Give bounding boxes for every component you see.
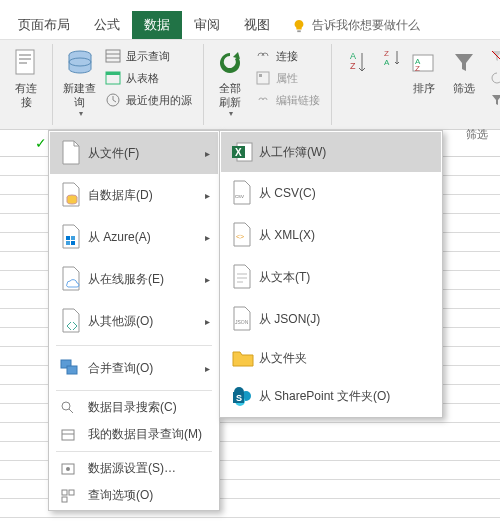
svg-rect-13: [257, 72, 269, 84]
ribbon: 有连接 新建查 询 ▾ 显示查询 从表格 最近使用的源 全部刷新 ▾ 连接 属性…: [0, 40, 500, 130]
file-azure-icon: [60, 224, 82, 250]
csv-icon: csv: [231, 180, 253, 206]
from-xml-item[interactable]: <> 从 XML(X): [221, 214, 441, 256]
connections-button[interactable]: 连接: [252, 46, 323, 66]
link-icon: [255, 48, 271, 64]
tab-formulas[interactable]: 公式: [82, 11, 132, 39]
from-database-item[interactable]: 自数据库(D) ▸: [50, 174, 218, 216]
from-azure-label: 从 Azure(A): [88, 229, 205, 246]
from-table-label: 从表格: [126, 71, 159, 86]
from-online-label: 从在线服务(E): [88, 271, 205, 288]
show-queries-label: 显示查询: [126, 49, 170, 64]
excel-icon: X: [231, 140, 255, 164]
advanced-button[interactable]: 高级: [486, 90, 500, 110]
svg-rect-37: [69, 490, 74, 495]
from-online-item[interactable]: 从在线服务(E) ▸: [50, 258, 218, 300]
query-options-item[interactable]: 查询选项(O): [50, 482, 218, 509]
my-catalog-item[interactable]: 我的数据目录查询(M): [50, 421, 218, 448]
tab-review[interactable]: 审阅: [182, 11, 232, 39]
check-icon[interactable]: ✓: [35, 135, 47, 151]
edit-links-button[interactable]: 编辑链接: [252, 90, 323, 110]
sort-za-button[interactable]: ZA: [380, 48, 402, 68]
svg-text:JSON: JSON: [235, 319, 249, 325]
properties-label: 属性: [276, 71, 298, 86]
chevron-right-icon: ▸: [205, 316, 210, 327]
show-queries-button[interactable]: 显示查询: [102, 46, 195, 66]
chevron-right-icon: ▸: [205, 148, 210, 159]
search-icon: [60, 400, 76, 416]
from-file-item[interactable]: 从文件(F) ▸: [50, 132, 218, 174]
tab-page-layout[interactable]: 页面布局: [6, 11, 82, 39]
grid-icon: [105, 48, 121, 64]
from-text-label: 从文本(T): [259, 269, 433, 286]
refresh-icon: [215, 48, 245, 78]
tell-me-label: 告诉我你想要做什么: [312, 17, 420, 34]
chain-icon: [255, 92, 271, 108]
sharepoint-icon: S: [231, 384, 253, 408]
svg-rect-24: [66, 236, 70, 240]
from-workbook-item[interactable]: X 从工作簿(W): [221, 132, 441, 172]
file-cloud-icon: [60, 266, 82, 292]
funnel-icon: [451, 50, 477, 76]
sort-az-button[interactable]: AZ: [338, 44, 378, 82]
advanced-icon: [490, 93, 500, 107]
svg-rect-27: [71, 241, 75, 245]
tab-view[interactable]: 视图: [232, 11, 282, 39]
query-options-label: 查询选项(O): [88, 487, 210, 504]
from-json-item[interactable]: JSON 从 JSON(J): [221, 298, 441, 340]
svg-text:X: X: [235, 147, 242, 158]
sort-dialog-icon: AZ: [411, 51, 437, 75]
from-table-button[interactable]: 从表格: [102, 68, 195, 88]
svg-rect-32: [62, 430, 74, 440]
combine-queries-item[interactable]: 合并查询(O) ▸: [50, 349, 218, 387]
svg-rect-29: [67, 366, 77, 374]
combine-icon: [60, 357, 84, 379]
chevron-right-icon: ▸: [205, 232, 210, 243]
from-folder-item[interactable]: 从文件夹: [221, 340, 441, 376]
from-azure-item[interactable]: 从 Azure(A) ▸: [50, 216, 218, 258]
reapply-button[interactable]: 重新: [486, 68, 500, 88]
filter-button[interactable]: 筛选: [444, 44, 484, 98]
recent-sources-label: 最近使用的源: [126, 93, 192, 108]
properties-button[interactable]: 属性: [252, 68, 323, 88]
svg-text:Z: Z: [415, 64, 420, 73]
from-workbook-label: 从工作簿(W): [259, 144, 433, 161]
chevron-down-icon: ▾: [229, 109, 233, 118]
file-icon: [60, 140, 82, 166]
xml-icon: <>: [231, 222, 253, 248]
separator: [56, 390, 212, 391]
text-icon: [231, 264, 253, 290]
svg-line-31: [69, 409, 73, 413]
tab-data[interactable]: 数据: [132, 11, 182, 39]
separator: [56, 345, 212, 346]
table-icon: [105, 70, 121, 86]
filter-label: 筛选: [453, 81, 475, 95]
svg-rect-25: [71, 236, 75, 240]
clear-button[interactable]: 清除: [486, 46, 500, 66]
svg-rect-38: [62, 497, 67, 502]
svg-rect-11: [106, 72, 120, 75]
svg-text:<>: <>: [236, 233, 244, 240]
svg-text:A: A: [384, 58, 390, 67]
from-csv-item[interactable]: csv 从 CSV(C): [221, 172, 441, 214]
tell-me[interactable]: 告诉我你想要做什么: [282, 12, 430, 39]
existing-connections-button[interactable]: 有连接: [6, 44, 46, 112]
from-file-label: 从文件(F): [88, 145, 205, 162]
chevron-right-icon: ▸: [205, 363, 210, 374]
source-settings-item[interactable]: 数据源设置(S)…: [50, 455, 218, 482]
chevron-right-icon: ▸: [205, 190, 210, 201]
new-query-menu: 从文件(F) ▸ 自数据库(D) ▸ 从 Azure(A) ▸ 从在线服务(E)…: [48, 130, 220, 511]
from-file-submenu: X 从工作簿(W) csv 从 CSV(C) <> 从 XML(X) 从文本(T…: [219, 130, 443, 418]
from-sharepoint-item[interactable]: S 从 SharePoint 文件夹(O): [221, 376, 441, 416]
from-other-item[interactable]: 从其他源(O) ▸: [50, 300, 218, 342]
sort-button[interactable]: AZ 排序: [404, 44, 444, 98]
new-query-button[interactable]: 新建查 询 ▾: [59, 44, 100, 121]
catalog-icon: [60, 427, 76, 443]
from-text-item[interactable]: 从文本(T): [221, 256, 441, 298]
catalog-search-item[interactable]: 数据目录搜索(C): [50, 394, 218, 421]
source-settings-label: 数据源设置(S)…: [88, 460, 210, 477]
recent-sources-button[interactable]: 最近使用的源: [102, 90, 195, 110]
reapply-icon: [490, 71, 500, 85]
refresh-all-button[interactable]: 全部刷新 ▾: [210, 44, 250, 121]
file-icon: [13, 48, 39, 78]
